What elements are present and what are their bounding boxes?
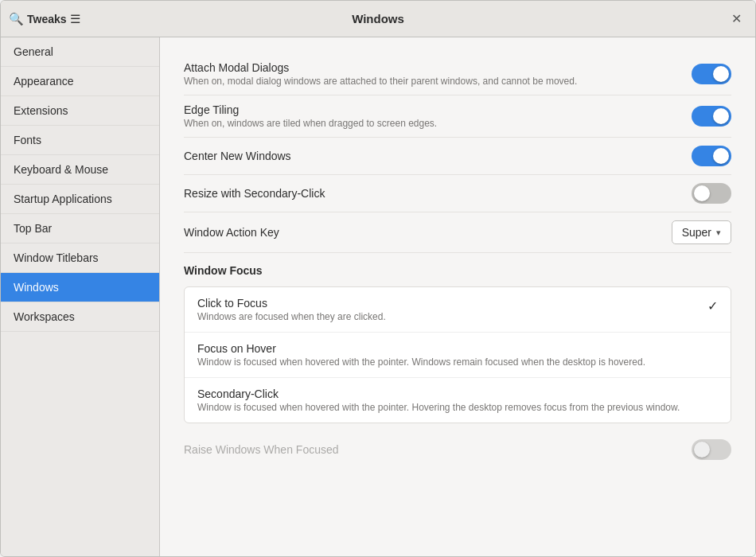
raise-windows-row: Raise Windows When Focused (184, 430, 731, 469)
close-icon: ✕ (731, 11, 742, 26)
sidebar-item-extensions[interactable]: Extensions (1, 96, 159, 126)
window-focus-options: Click to Focus Windows are focused when … (184, 286, 731, 423)
sidebar-item-top-bar[interactable]: Top Bar (1, 214, 159, 243)
secondary-click-desc: Window is focused when hovered with the … (197, 402, 718, 413)
resize-secondary-label: Resize with Secondary-Click (184, 187, 692, 200)
edge-tiling-toggle[interactable] (692, 106, 731, 127)
app-name-label: Tweaks (27, 13, 67, 25)
center-new-windows-slider (692, 146, 731, 166)
secondary-click-label: Secondary-Click (197, 388, 718, 400)
sidebar-item-startup-applications[interactable]: Startup Applications (1, 185, 159, 214)
click-to-focus-checkmark: ✓ (707, 297, 718, 314)
sidebar-item-keyboard-mouse[interactable]: Keyboard & Mouse (1, 155, 159, 185)
setting-row-window-action-key: Window Action Key Super ▾ (184, 212, 731, 253)
click-to-focus-desc: Windows are focused when they are clicke… (197, 311, 699, 322)
window-action-key-value: Super (682, 226, 711, 239)
center-new-windows-label: Center New Windows (184, 150, 692, 162)
sidebar-item-general[interactable]: General (1, 37, 159, 67)
center-new-windows-toggle[interactable] (692, 146, 731, 166)
edge-tiling-label: Edge Tiling (184, 103, 692, 116)
window-action-key-label: Window Action Key (184, 226, 672, 239)
focus-option-click-to-focus[interactable]: Click to Focus Windows are focused when … (185, 287, 731, 333)
window-title: Windows (72, 12, 684, 25)
window-action-key-dropdown[interactable]: Super ▾ (672, 220, 731, 244)
setting-row-attach-modal: Attach Modal Dialogs When on, modal dial… (184, 53, 731, 95)
focus-option-secondary-click[interactable]: Secondary-Click Window is focused when h… (185, 378, 731, 423)
resize-secondary-slider (692, 183, 731, 204)
raise-windows-slider (692, 439, 731, 460)
edge-tiling-slider (692, 106, 731, 127)
sidebar: GeneralAppearanceExtensionsFontsKeyboard… (1, 37, 160, 556)
setting-row-edge-tiling: Edge Tiling When on, windows are tiled w… (184, 95, 731, 138)
attach-modal-label: Attach Modal Dialogs (184, 61, 692, 74)
main-content: GeneralAppearanceExtensionsFontsKeyboard… (1, 37, 755, 556)
attach-modal-desc: When on, modal dialog windows are attach… (184, 76, 692, 87)
attach-modal-slider (692, 64, 731, 84)
titlebar-right: ✕ (684, 8, 747, 30)
setting-row-center-new-windows: Center New Windows (184, 138, 731, 175)
app-window: 🔍 Tweaks ☰ Windows ✕ GeneralAppearanceEx… (0, 0, 756, 557)
content-area: Attach Modal Dialogs When on, modal dial… (160, 37, 755, 556)
sidebar-item-appearance[interactable]: Appearance (1, 67, 159, 96)
sidebar-item-windows[interactable]: Windows (1, 273, 159, 302)
focus-option-focus-on-hover[interactable]: Focus on Hover Window is focused when ho… (185, 333, 731, 378)
click-to-focus-label: Click to Focus (197, 297, 699, 310)
focus-on-hover-label: Focus on Hover (197, 342, 718, 355)
resize-secondary-toggle[interactable] (692, 183, 731, 204)
window-focus-section-header: Window Focus (184, 253, 731, 283)
sidebar-item-window-titlebars[interactable]: Window Titlebars (1, 243, 159, 273)
edge-tiling-desc: When on, windows are tiled when dragged … (184, 118, 692, 129)
sidebar-item-fonts[interactable]: Fonts (1, 126, 159, 155)
focus-on-hover-desc: Window is focused when hovered with the … (197, 356, 718, 368)
titlebar-left: 🔍 Tweaks ☰ (9, 8, 72, 30)
titlebar: 🔍 Tweaks ☰ Windows ✕ (1, 1, 755, 37)
raise-windows-toggle[interactable] (692, 439, 731, 460)
search-icon: 🔍 (9, 12, 24, 26)
attach-modal-toggle[interactable] (692, 64, 731, 84)
chevron-down-icon: ▾ (716, 228, 721, 238)
search-button[interactable]: 🔍 (9, 8, 24, 30)
close-button[interactable]: ✕ (725, 8, 747, 30)
setting-row-resize-secondary: Resize with Secondary-Click (184, 175, 731, 212)
sidebar-item-workspaces[interactable]: Workspaces (1, 302, 159, 332)
raise-windows-label: Raise Windows When Focused (184, 443, 339, 456)
